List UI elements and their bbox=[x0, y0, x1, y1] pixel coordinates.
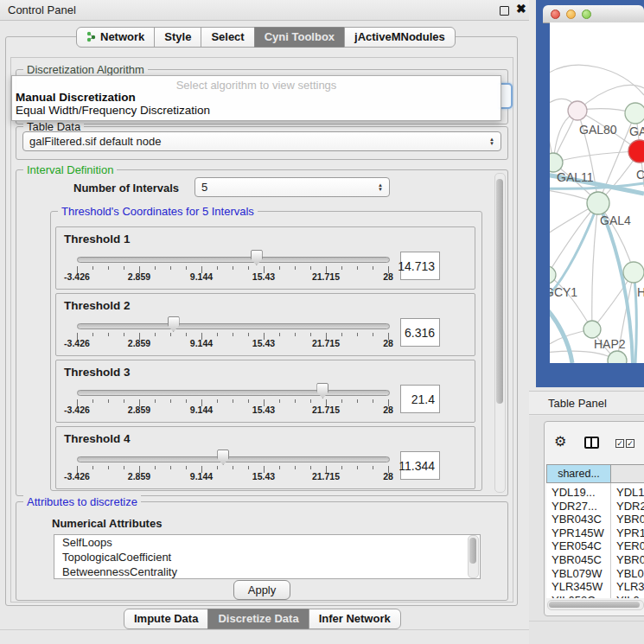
network-node[interactable] bbox=[608, 351, 627, 363]
network-edge[interactable] bbox=[553, 151, 640, 163]
threshold-label: Threshold 4 bbox=[64, 432, 131, 445]
attributes-list[interactable]: SelfLoopsTopologicalCoefficientBetweenne… bbox=[54, 534, 481, 579]
close-icon[interactable]: ✖ bbox=[516, 2, 526, 16]
tab-jactivemnodules[interactable]: jActiveMNodules bbox=[344, 27, 456, 48]
checkbox-icon[interactable]: ✓ bbox=[626, 439, 634, 448]
minor-tick bbox=[341, 466, 342, 469]
close-traffic-light-icon[interactable] bbox=[551, 10, 560, 19]
threshold-panel: Threshold 1-3.4262.8599.14415.4321.71528… bbox=[55, 226, 475, 290]
threshold-slider-track[interactable] bbox=[77, 257, 390, 263]
tab-network[interactable]: Network bbox=[76, 27, 155, 48]
cell-shared-name: YBR043C bbox=[552, 513, 602, 526]
num-intervals-combobox[interactable]: 5 ▲▼ bbox=[194, 177, 390, 197]
tab-cyni-toolbox[interactable]: Cyni Toolbox bbox=[254, 27, 345, 48]
tick-label: 28 bbox=[383, 471, 393, 481]
split-columns-icon[interactable] bbox=[584, 437, 599, 449]
cell-shared-name: YPR145W bbox=[552, 526, 604, 539]
threshold-label: Threshold 1 bbox=[64, 233, 131, 245]
threshold-slider-thumb[interactable] bbox=[168, 316, 180, 332]
network-window-titlebar[interactable] bbox=[543, 5, 644, 23]
tick-label: 2.859 bbox=[128, 471, 150, 481]
bottom-tab-bar: Impute DataDiscretize DataInfer Network bbox=[124, 609, 401, 629]
network-edge[interactable] bbox=[550, 203, 598, 275]
threshold-slider-track[interactable] bbox=[77, 390, 390, 396]
minor-tick bbox=[233, 466, 233, 469]
network-edge[interactable] bbox=[550, 351, 617, 360]
cell-shared-name: YDL19... bbox=[552, 486, 596, 499]
threshold-slider-thumb[interactable] bbox=[217, 450, 229, 465]
attribute-item[interactable]: SelfLoops bbox=[54, 535, 480, 550]
network-canvas[interactable]: GAL80GACGAL11GAL4GCY1HHAP2 bbox=[550, 22, 644, 363]
minor-tick bbox=[186, 333, 187, 336]
cell-name: YDL1 bbox=[616, 486, 644, 499]
minor-tick bbox=[279, 266, 280, 270]
bottom-tab-infer-network[interactable]: Infer Network bbox=[309, 609, 401, 629]
network-node-label: GAL4 bbox=[600, 214, 631, 227]
network-node[interactable] bbox=[583, 321, 601, 338]
network-node[interactable] bbox=[587, 192, 609, 214]
tab-select[interactable]: Select bbox=[201, 27, 254, 48]
tick-label: 9.144 bbox=[190, 471, 213, 481]
threshold-value-field[interactable]: 14.713 bbox=[400, 252, 440, 280]
minor-tick bbox=[341, 399, 342, 403]
minor-tick bbox=[92, 333, 93, 336]
table-horizontal-scrollbar[interactable] bbox=[547, 600, 644, 610]
tab-label: jActiveMNodules bbox=[354, 30, 445, 43]
network-node[interactable] bbox=[623, 262, 644, 283]
column-header-name[interactable]: na bbox=[610, 464, 644, 483]
network-edge[interactable] bbox=[550, 65, 644, 95]
checkbox-icon[interactable]: ✓ bbox=[615, 439, 624, 448]
apply-button[interactable]: Apply bbox=[233, 580, 290, 600]
threshold-slider-track[interactable] bbox=[77, 456, 390, 462]
tick-label: -3.426 bbox=[64, 405, 90, 415]
top-tab-bar: NetworkStyleSelectCyni ToolboxjActiveMNo… bbox=[76, 27, 456, 48]
table-panel-divider bbox=[529, 621, 644, 622]
threshold-value-field[interactable]: 6.316 bbox=[400, 318, 440, 347]
network-edge-thick[interactable] bbox=[634, 272, 636, 363]
zoom-traffic-light-icon[interactable] bbox=[582, 10, 591, 19]
threshold-slider-thumb[interactable] bbox=[251, 250, 263, 265]
gear-icon[interactable]: ⚙ bbox=[554, 433, 566, 450]
network-node[interactable] bbox=[628, 140, 644, 163]
threshold-value-field[interactable]: 11.344 bbox=[400, 451, 440, 480]
minor-tick bbox=[155, 266, 156, 270]
network-node[interactable] bbox=[625, 103, 644, 124]
table-data-combobox[interactable]: galFiltered.sif default node ▲▼ bbox=[22, 131, 501, 151]
minor-tick bbox=[170, 266, 171, 270]
bottom-tab-impute-data[interactable]: Impute Data bbox=[124, 609, 208, 629]
float-window-icon[interactable] bbox=[500, 6, 509, 16]
minimize-traffic-light-icon[interactable] bbox=[566, 10, 576, 19]
threshold-value-field[interactable]: 21.4 bbox=[400, 385, 440, 413]
attributes-scrollbar[interactable] bbox=[468, 535, 479, 578]
network-edge[interactable] bbox=[592, 203, 598, 329]
minor-tick bbox=[186, 399, 187, 403]
interval-scrollbar[interactable] bbox=[494, 173, 506, 493]
tab-style[interactable]: Style bbox=[154, 27, 201, 48]
cell-shared-name: YIL052C bbox=[552, 594, 596, 598]
minor-tick bbox=[124, 399, 124, 403]
bottom-tab-discretize-data[interactable]: Discretize Data bbox=[207, 609, 309, 629]
algorithm-option[interactable]: Manual Discretization bbox=[16, 91, 136, 104]
algorithm-option[interactable]: Equal Width/Frequency Discretization bbox=[16, 104, 210, 117]
tick-label: 21.715 bbox=[312, 471, 340, 481]
threshold-slider-thumb[interactable] bbox=[316, 383, 328, 399]
cell-name: YPR1 bbox=[616, 526, 644, 539]
minor-tick bbox=[155, 333, 156, 336]
minor-tick bbox=[217, 333, 218, 336]
column-header-shared-name[interactable]: shared... bbox=[546, 464, 611, 483]
tick-label: 15.43 bbox=[252, 271, 275, 282]
minor-tick bbox=[248, 266, 249, 270]
node-table[interactable]: shared... na YDL19...YDL1YDR27...YDR2YBR… bbox=[546, 464, 644, 598]
spinner-arrows-icon: ▲▼ bbox=[378, 183, 383, 192]
minor-tick bbox=[279, 333, 280, 336]
network-node[interactable] bbox=[568, 101, 587, 120]
minor-tick bbox=[92, 266, 93, 270]
minor-tick bbox=[108, 466, 109, 469]
minor-tick bbox=[295, 399, 296, 403]
network-icon bbox=[86, 31, 96, 42]
attribute-item[interactable]: TopologicalCoefficient bbox=[54, 550, 480, 564]
attribute-item[interactable]: BetweennessCentrality bbox=[54, 564, 480, 579]
threshold-slider-track[interactable] bbox=[77, 323, 390, 329]
minor-tick bbox=[155, 466, 156, 469]
tick-label: 21.715 bbox=[312, 271, 340, 282]
